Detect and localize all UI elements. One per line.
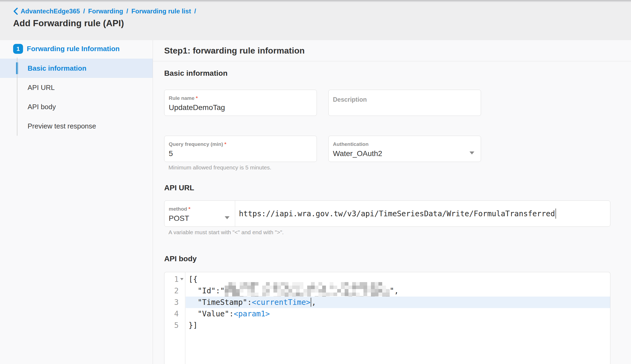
- code-line-3-active: "TimeStamp":<currentTime>,: [186, 297, 610, 308]
- editor-gutter: 1 2 3 4 5: [164, 272, 185, 364]
- step-number-badge: 1: [13, 44, 23, 54]
- line-number: 1: [174, 274, 179, 285]
- line-number: 5: [174, 320, 179, 331]
- authentication-value: Water_OAuth2: [333, 149, 476, 158]
- section-title-api-body: API body: [164, 255, 631, 263]
- variable-token-currenttime: <currentTime>: [252, 298, 310, 307]
- variable-token-param1: <param1>: [234, 309, 270, 318]
- method-label: method*: [169, 206, 235, 212]
- required-asterisk: *: [189, 206, 190, 212]
- authentication-select[interactable]: Authentication Water_OAuth2: [328, 136, 481, 162]
- breadcrumb-item-home[interactable]: AdvantechEdge365: [21, 7, 80, 15]
- main-content: Step1: forwarding rule information Basic…: [153, 40, 631, 364]
- chevron-left-icon[interactable]: [13, 8, 18, 15]
- code-line-2: "Id":"",: [186, 285, 610, 297]
- query-frequency-helper: Minimum allowed frequency is 5 minutes.: [168, 164, 631, 171]
- page-title: Add Forwarding rule (API): [13, 18, 631, 28]
- basic-info-row-2: Query frequency (min)* 5 Authentication …: [164, 136, 631, 162]
- breadcrumb-separator: /: [83, 7, 85, 15]
- sidebar-item-label: Preview test response: [28, 122, 96, 130]
- step-label: Forwarding rule Information: [27, 45, 120, 53]
- page-header: AdvantechEdge365 / Forwarding / Forwardi…: [0, 2, 631, 40]
- breadcrumb-separator: /: [126, 7, 128, 15]
- api-url-bar: method* POST https://iapi.wra.gov.tw/v3/…: [164, 200, 610, 227]
- line-number: 4: [174, 308, 179, 320]
- sidebar-item-label: API body: [28, 103, 56, 111]
- method-select[interactable]: method* POST: [164, 201, 235, 226]
- sidebar-item-preview-test-response[interactable]: Preview test response: [0, 116, 153, 136]
- description-placeholder: Description: [333, 95, 476, 103]
- authentication-label: Authentication: [333, 141, 476, 147]
- query-frequency-label: Query frequency (min)*: [169, 141, 312, 147]
- wizard-step-1[interactable]: 1 Forwarding rule Information: [13, 44, 120, 54]
- window-top-edge: [0, 0, 631, 2]
- required-asterisk: *: [196, 95, 198, 101]
- chevron-down-icon: [225, 216, 230, 219]
- sidebar-item-label: Basic information: [28, 64, 87, 73]
- wizard-sidebar: 1 Forwarding rule Information Basic info…: [0, 40, 153, 364]
- section-title-basic-information: Basic information: [164, 69, 631, 78]
- code-fold-icon[interactable]: [180, 278, 183, 280]
- rule-name-label: Rule name*: [169, 95, 312, 101]
- breadcrumb-item-rule-list[interactable]: Forwarding rule list: [131, 7, 191, 15]
- required-asterisk: *: [224, 141, 226, 147]
- text-cursor: [555, 208, 556, 219]
- step-heading: Step1: forwarding rule information: [153, 40, 631, 61]
- sidebar-item-api-url[interactable]: API URL: [0, 78, 153, 97]
- section-title-api-url: API URL: [164, 184, 631, 192]
- code-line-4: "Value":<param1>: [186, 308, 610, 320]
- api-url-value: https://iapi.wra.gov.tw/v3/api/TimeSerie…: [239, 209, 555, 218]
- description-field[interactable]: Description: [328, 90, 481, 116]
- sidebar-item-api-body[interactable]: API body: [0, 97, 153, 116]
- api-url-helper: A variable must start with "<" and end w…: [168, 229, 631, 236]
- query-frequency-field[interactable]: Query frequency (min)* 5: [164, 136, 317, 162]
- breadcrumb: AdvantechEdge365 / Forwarding / Forwardi…: [13, 7, 631, 15]
- code-area: [{ "Id":"", "TimeStamp":<currentTime>, "…: [186, 272, 610, 331]
- line-number: 2: [174, 285, 179, 297]
- step-guide-line: [17, 58, 17, 136]
- basic-info-row-1: Rule name* UpdateDemoTag Description: [164, 90, 631, 116]
- rule-name-value: UpdateDemoTag: [169, 103, 312, 112]
- sidebar-item-label: API URL: [28, 84, 55, 92]
- sidebar-item-basic-information[interactable]: Basic information: [0, 59, 153, 78]
- query-frequency-value: 5: [169, 149, 312, 158]
- chevron-down-icon: [470, 151, 474, 154]
- breadcrumb-item-forwarding[interactable]: Forwarding: [88, 7, 123, 15]
- api-body-code-editor[interactable]: 1 2 3 4 5 [{ "Id":"", "TimeStamp":<curre…: [164, 272, 610, 364]
- step-section-nav: Basic information API URL API body Previ…: [0, 59, 153, 136]
- text-cursor: [311, 298, 311, 307]
- code-line-5: }]: [186, 320, 610, 331]
- breadcrumb-separator: /: [194, 7, 196, 15]
- api-url-input[interactable]: https://iapi.wra.gov.tw/v3/api/TimeSerie…: [235, 201, 610, 226]
- rule-name-field[interactable]: Rule name* UpdateDemoTag: [164, 90, 317, 116]
- line-number: 3: [174, 297, 179, 308]
